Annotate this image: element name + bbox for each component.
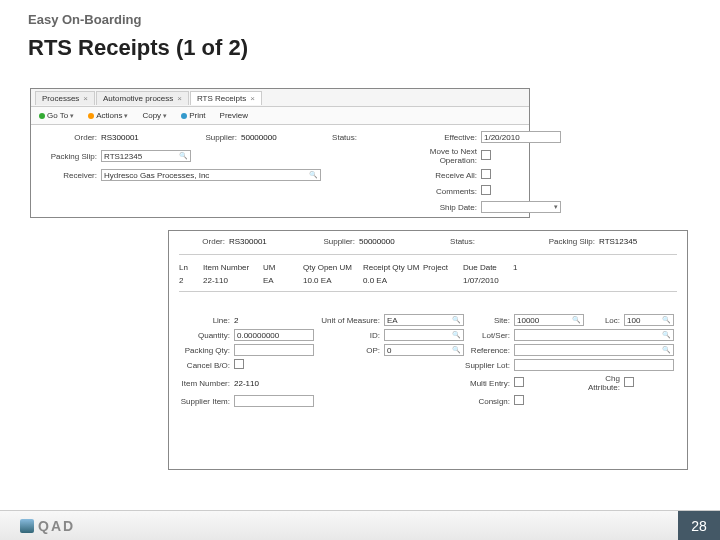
move-label: Move to Next Operation:	[421, 147, 481, 165]
dot-icon	[39, 113, 45, 119]
id-input[interactable]	[384, 329, 464, 341]
op-input[interactable]: 0	[384, 344, 464, 356]
preview-button[interactable]: Preview	[216, 110, 252, 121]
id-label: ID:	[314, 331, 384, 340]
logo-icon	[20, 519, 34, 533]
supplier-label: Supplier:	[191, 133, 241, 142]
consign-label: Consign:	[464, 397, 514, 406]
cancel-checkbox[interactable]	[234, 359, 244, 369]
panel2-header: Order: RS300001 Supplier: 50000000 Statu…	[169, 231, 687, 250]
btn-label: Print	[189, 111, 205, 120]
tab-processes[interactable]: Processes×	[35, 91, 95, 105]
col-item: Item Number	[203, 263, 263, 272]
tab-bar: Processes× Automotive process× RTS Recei…	[31, 89, 529, 107]
uom-label: Unit of Measure:	[314, 316, 384, 325]
receiver-input[interactable]: Hydresco Gas Processes, Inc	[101, 169, 321, 181]
chevron-down-icon: ▾	[70, 112, 74, 120]
btn-label: Preview	[220, 111, 248, 120]
packing-label: Packing Slip:	[539, 237, 599, 246]
itemno-label: Item Number:	[179, 379, 234, 388]
supitem-label: Supplier Item:	[179, 397, 234, 406]
tab-rts-receipts[interactable]: RTS Receipts×	[190, 91, 262, 105]
brand-text: QAD	[38, 518, 75, 534]
close-icon[interactable]: ×	[250, 94, 255, 103]
tab-label: Automotive process	[103, 94, 173, 103]
ref-label: Reference:	[464, 346, 514, 355]
btn-label: Go To	[47, 111, 68, 120]
close-icon[interactable]: ×	[177, 94, 182, 103]
panel-top: Processes× Automotive process× RTS Recei…	[30, 88, 530, 218]
chevron-down-icon: ▾	[124, 112, 128, 120]
qty-input[interactable]: 0.00000000	[234, 329, 314, 341]
close-icon[interactable]: ×	[83, 94, 88, 103]
col-um: UM	[263, 263, 303, 272]
chevron-down-icon: ▾	[554, 203, 558, 211]
panel-bottom: Order: RS300001 Supplier: 50000000 Statu…	[168, 230, 688, 470]
table-row[interactable]: 2 22-110 EA 10.0 EA 0.0 EA 1/07/2010	[169, 274, 687, 287]
line-label: Line:	[179, 316, 234, 325]
chgattr-checkbox[interactable]	[624, 377, 634, 387]
op-label: OP:	[314, 346, 384, 355]
chgattr-label: Chg Attribute:	[584, 374, 624, 392]
receiver-label: Receiver:	[41, 171, 101, 180]
col-ln: Ln	[179, 263, 203, 272]
cell-item: 22-110	[203, 276, 263, 285]
move-checkbox[interactable]	[481, 150, 491, 160]
multi-label: Multi Entry:	[464, 379, 514, 388]
page-number: 28	[678, 511, 720, 541]
slide-header: Easy On-Boarding	[0, 0, 720, 35]
cell-ln: 2	[179, 276, 203, 285]
lotser-input[interactable]	[514, 329, 674, 341]
form-detail: Line: 2 Unit of Measure: EA Site: 10000 …	[169, 310, 687, 411]
supplier-label: Supplier:	[309, 237, 359, 246]
site-input[interactable]: 10000	[514, 314, 584, 326]
comments-checkbox[interactable]	[481, 185, 491, 195]
col-qtyopen: Qty Open UM	[303, 263, 363, 272]
packqty-label: Packing Qty:	[179, 346, 234, 355]
consign-checkbox[interactable]	[514, 395, 524, 405]
cell-um: EA	[263, 276, 303, 285]
order-value: RS300001	[229, 237, 309, 246]
shipdate-label: Ship Date:	[421, 203, 481, 212]
dot-icon	[181, 113, 187, 119]
suplot-label: Supplier Lot:	[464, 361, 514, 370]
recvall-label: Receive All:	[421, 171, 481, 180]
table-head: Ln Item Number UM Qty Open UM Receipt Qt…	[169, 259, 687, 274]
goto-button[interactable]: Go To▾	[35, 110, 78, 121]
loc-input[interactable]: 100	[624, 314, 674, 326]
copy-button[interactable]: Copy▾	[138, 110, 171, 121]
chevron-down-icon: ▾	[163, 112, 167, 120]
supitem-input[interactable]	[234, 395, 314, 407]
col-project: Project	[423, 263, 463, 272]
uom-input[interactable]: EA	[384, 314, 464, 326]
print-button[interactable]: Print	[177, 110, 209, 121]
slide-title: RTS Receipts (1 of 2)	[0, 35, 720, 71]
tab-automotive[interactable]: Automotive process×	[96, 91, 189, 105]
tab-label: Processes	[42, 94, 79, 103]
status-label: Status:	[439, 237, 479, 246]
lotser-label: Lot/Ser:	[464, 331, 514, 340]
col-due: Due Date	[463, 263, 513, 272]
order-label: Order:	[179, 237, 229, 246]
recvall-checkbox[interactable]	[481, 169, 491, 179]
cancel-label: Cancel B/O:	[179, 361, 234, 370]
packing-input[interactable]: RTS12345	[101, 150, 191, 162]
site-label: Site:	[464, 316, 514, 325]
packqty-input[interactable]	[234, 344, 314, 356]
multi-checkbox[interactable]	[514, 377, 524, 387]
ref-input[interactable]	[514, 344, 674, 356]
toolbar: Go To▾ Actions▾ Copy▾ Print Preview	[31, 107, 529, 125]
divider	[179, 291, 677, 292]
packing-value: RTS12345	[599, 237, 679, 246]
actions-button[interactable]: Actions▾	[84, 110, 132, 121]
suplot-input[interactable]	[514, 359, 674, 371]
status-label: Status:	[321, 133, 361, 142]
qty-label: Quantity:	[179, 331, 234, 340]
line-value: 2	[234, 316, 314, 325]
order-label: Order:	[41, 133, 101, 142]
cell-due: 1/07/2010	[463, 276, 513, 285]
shipdate-input[interactable]: ▾	[481, 201, 561, 213]
comments-label: Comments:	[421, 187, 481, 196]
supplier-value: 50000000	[241, 133, 321, 142]
effective-input[interactable]: 1/20/2010	[481, 131, 561, 143]
